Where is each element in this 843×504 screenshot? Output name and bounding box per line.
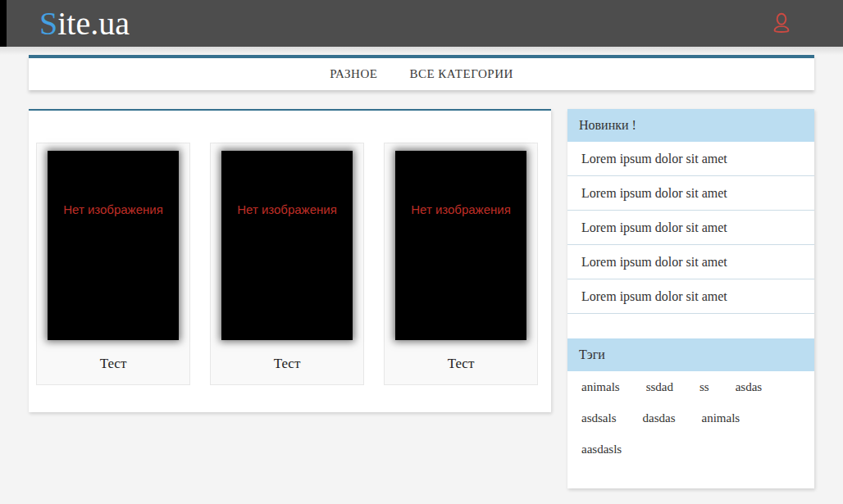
product-title[interactable]: Тест [385,356,537,372]
product-title[interactable]: Тест [37,356,189,372]
sidebar-tags-title: Тэги [567,338,814,371]
header-shadow [0,47,843,55]
content-area: Нет изображения Тест Нет изображения Тес… [29,109,814,488]
news-item[interactable]: Lorem ipsum dolor sit amet [567,245,814,279]
sidebar: Новинки ! Lorem ipsum dolor sit amet Lor… [567,109,814,488]
nav-item-all-categories[interactable]: ВСЕ КАТЕГОРИИ [409,67,513,81]
products-panel: Нет изображения Тест Нет изображения Тес… [29,109,551,412]
tag-link[interactable]: ss [699,371,709,402]
product-image-placeholder[interactable]: Нет изображения [48,151,179,340]
no-image-text: Нет изображения [63,202,163,216]
news-item[interactable]: Lorem ipsum dolor sit amet [567,176,814,211]
tag-link[interactable]: ssdad [646,371,673,402]
logo-rest: ite.ua [57,5,130,42]
user-account-button[interactable] [770,11,793,36]
product-card: Нет изображения Тест [384,143,538,385]
product-card: Нет изображения Тест [36,143,190,385]
header-bar: Site.ua [7,0,843,47]
news-item[interactable]: Lorem ipsum dolor sit amet [567,142,814,176]
sidebar-spacer [567,314,814,338]
no-image-text: Нет изображения [411,202,511,216]
logo-accent-letter: S [39,5,57,42]
news-item[interactable]: Lorem ipsum dolor sit amet [567,279,814,314]
tag-link[interactable]: animals [702,402,740,434]
product-image-placeholder[interactable]: Нет изображения [221,151,353,340]
tag-link[interactable]: asdsals [581,402,617,434]
product-title[interactable]: Тест [211,356,363,372]
product-card: Нет изображения Тест [210,143,364,385]
tag-cloud: animals ssdad ss asdas asdsals dasdas an… [567,371,814,488]
tag-link[interactable]: aasdasls [581,434,622,465]
news-item[interactable]: Lorem ipsum dolor sit amet [567,211,814,245]
no-image-text: Нет изображения [237,202,337,216]
product-image-placeholder[interactable]: Нет изображения [395,151,526,340]
tag-link[interactable]: asdas [736,371,763,402]
product-cards-row: Нет изображения Тест Нет изображения Тес… [36,143,551,385]
page-container: РАЗНОЕ ВСЕ КАТЕГОРИИ Нет изображения Тес… [29,55,814,488]
tag-link[interactable]: animals [581,371,620,402]
tag-link[interactable]: dasdas [643,402,676,434]
user-icon [770,11,793,36]
app-header: Site.ua [0,0,843,47]
nav-item-raznoe[interactable]: РАЗНОЕ [330,67,377,81]
site-logo[interactable]: Site.ua [39,7,130,40]
main-nav: РАЗНОЕ ВСЕ КАТЕГОРИИ [29,55,814,90]
sidebar-news-title: Новинки ! [567,109,814,142]
